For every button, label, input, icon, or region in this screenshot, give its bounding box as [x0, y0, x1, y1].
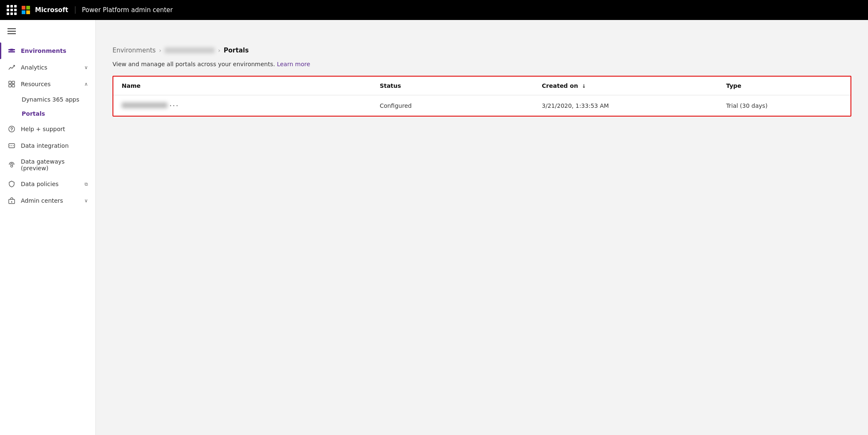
- sidebar-admincenters-label: Admin centers: [21, 197, 79, 204]
- portals-table: Name Status Created on ↓ Type: [113, 77, 850, 116]
- sidebar-environments-label: Environments: [21, 47, 88, 54]
- svg-point-10: [10, 145, 10, 146]
- resources-icon: [8, 80, 16, 88]
- svg-point-11: [11, 145, 12, 146]
- breadcrumb-env-name-blurred: [165, 47, 215, 53]
- admincenters-chevron: ∨: [84, 198, 88, 204]
- svg-rect-3: [9, 81, 11, 84]
- svg-point-13: [11, 165, 13, 167]
- sidebar-item-datagateways[interactable]: Data gateways (preview): [0, 154, 95, 176]
- sidebar-datapolicies-label: Data policies: [21, 181, 77, 187]
- breadcrumb-current: Portals: [224, 47, 249, 54]
- cell-created-on: 3/21/2020, 1:33:53 AM: [533, 95, 718, 116]
- svg-point-15: [11, 201, 13, 203]
- page-description: View and manage all portals across your …: [113, 61, 851, 67]
- learn-more-link[interactable]: Learn more: [277, 61, 310, 67]
- breadcrumb-environments[interactable]: Environments: [113, 47, 156, 54]
- admincenters-icon: [8, 196, 16, 205]
- sidebar-item-dynamics365apps[interactable]: Dynamics 365 apps: [0, 92, 95, 107]
- svg-rect-6: [12, 85, 15, 87]
- dataintegration-icon: [8, 142, 16, 150]
- col-header-type[interactable]: Type: [718, 77, 850, 95]
- main-topbar-strip: [96, 20, 868, 37]
- svg-rect-1: [8, 51, 15, 52]
- sidebar-item-dataintegration[interactable]: Data integration: [0, 137, 95, 154]
- sidebar-resources-label: Resources: [21, 81, 79, 87]
- resources-chevron: ∧: [84, 81, 88, 87]
- dynamics365-label: Dynamics 365 apps: [22, 96, 79, 103]
- sidebar-helpsupport-label: Help + support: [21, 126, 88, 132]
- portals-label: Portals: [22, 110, 45, 117]
- sidebar-datagateways-label: Data gateways (preview): [21, 158, 88, 172]
- sidebar-analytics-label: Analytics: [21, 64, 79, 71]
- main-content: Environments › › Portals View and manage…: [96, 37, 868, 127]
- sidebar-item-analytics[interactable]: Analytics ∨: [0, 59, 95, 76]
- portals-table-wrapper: Name Status Created on ↓ Type: [113, 76, 851, 117]
- datapolicies-ext-icon: ⧉: [85, 181, 88, 187]
- hamburger-button[interactable]: [0, 20, 95, 42]
- sidebar-item-portals[interactable]: Portals: [0, 107, 95, 121]
- waffle-button[interactable]: [7, 5, 17, 15]
- cell-name: ···: [113, 95, 371, 116]
- col-header-status[interactable]: Status: [371, 77, 533, 95]
- analytics-icon: [8, 63, 16, 72]
- datapolicies-icon: [8, 180, 16, 188]
- sidebar-item-datapolicies[interactable]: Data policies ⧉: [0, 176, 95, 192]
- col-header-created-on[interactable]: Created on ↓: [533, 77, 718, 95]
- app-title: Power Platform admin center: [75, 6, 173, 14]
- sort-icon-created-on: ↓: [582, 83, 586, 89]
- helpsupport-icon: [8, 125, 16, 133]
- svg-rect-4: [12, 81, 15, 84]
- sidebar-dataintegration-label: Data integration: [21, 142, 88, 149]
- microsoft-logo: [22, 6, 30, 14]
- col-header-name[interactable]: Name: [113, 77, 371, 95]
- sidebar-item-environments[interactable]: Environments: [0, 42, 95, 59]
- svg-point-12: [13, 145, 14, 146]
- cell-type: Trial (30 days): [718, 95, 850, 116]
- svg-point-8: [11, 130, 12, 131]
- breadcrumb-sep1: ›: [159, 47, 162, 54]
- table-row: ··· Configured 3/21/2020, 1:33:53 AM Tri…: [113, 95, 850, 116]
- portal-name-blurred: [122, 102, 168, 108]
- sidebar-item-helpsupport[interactable]: Help + support: [0, 121, 95, 137]
- analytics-chevron: ∨: [84, 65, 88, 70]
- topbar: Microsoft Power Platform admin center: [0, 0, 868, 20]
- cell-status: Configured: [371, 95, 533, 116]
- environments-icon: [8, 47, 16, 55]
- sidebar: Environments Analytics ∨: [0, 20, 96, 435]
- main-content-area: Environments › › Portals View and manage…: [96, 20, 868, 435]
- datagateways-icon: [8, 161, 16, 169]
- row-context-menu-button[interactable]: ···: [169, 101, 179, 110]
- svg-rect-5: [9, 85, 11, 87]
- brand-name: Microsoft: [35, 6, 68, 14]
- sidebar-item-admincenters[interactable]: Admin centers ∨: [0, 192, 95, 209]
- breadcrumb-sep2: ›: [218, 47, 220, 54]
- table-header-row: Name Status Created on ↓ Type: [113, 77, 850, 95]
- sidebar-item-resources[interactable]: Resources ∧: [0, 76, 95, 92]
- breadcrumb: Environments › › Portals: [113, 47, 851, 54]
